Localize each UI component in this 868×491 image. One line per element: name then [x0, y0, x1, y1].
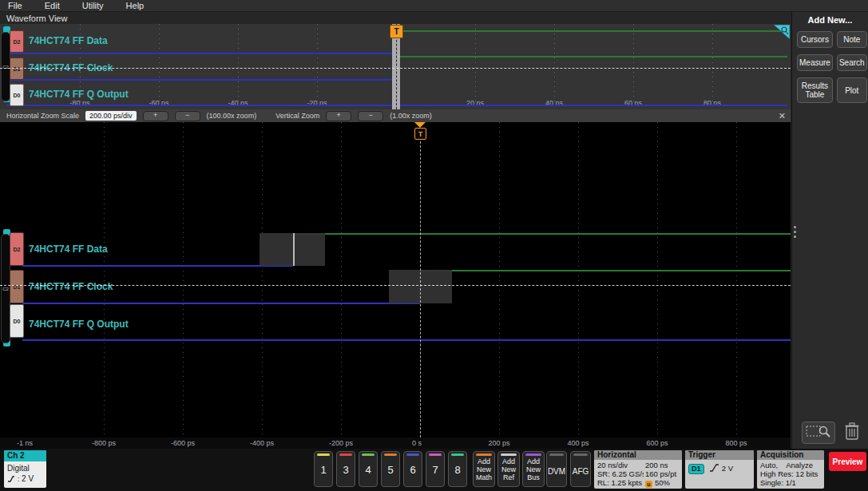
acquisition-value: Single: 1/1 — [760, 478, 821, 487]
v-zoom-factor-label: (1.00x zoom) — [390, 112, 432, 120]
channel-label-d2[interactable]: 74HCT74 FF Data — [29, 35, 108, 46]
add-search-button[interactable]: Search — [837, 54, 867, 71]
h-zoom-plus-button[interactable]: + — [143, 111, 168, 121]
v-zoom-plus-button[interactable]: + — [326, 111, 351, 121]
channel-color-stripe — [451, 453, 464, 456]
menu-item-help[interactable]: Help — [126, 1, 145, 10]
horizontal-value: 200 ns — [645, 461, 679, 469]
channel-7-button[interactable]: 7 — [426, 451, 445, 487]
horizontal-panel[interactable]: Horizontal 20 ns/div200 nsSR: 6.25 GS/s1… — [594, 450, 682, 489]
channel-button-label: 6 — [404, 464, 422, 476]
zoom-select-button[interactable] — [802, 422, 835, 444]
channel-5-button[interactable]: 5 — [381, 451, 400, 487]
channel-1-button[interactable]: 1 — [314, 451, 333, 487]
menu-item-edit[interactable]: Edit — [45, 1, 60, 10]
delete-button[interactable] — [845, 422, 859, 443]
channel-badge-d0[interactable]: D0 — [10, 84, 24, 106]
tick-label: 400 ps — [567, 439, 589, 447]
add-plot-button[interactable]: Plot — [837, 77, 867, 103]
channel-3-button[interactable]: 3 — [336, 451, 355, 487]
h-zoom-minus-button[interactable]: − — [175, 111, 200, 121]
gridline — [341, 122, 342, 438]
channel-badge-d2[interactable]: D2 — [10, 232, 24, 266]
acquisition-panel[interactable]: Acquisition Auto, AnalyzeHigh Res: 12 bi… — [757, 450, 824, 489]
v-zoom-label: Vertical Zoom — [275, 112, 319, 120]
preview-button[interactable]: Preview — [829, 452, 866, 471]
channel-color-stripe — [406, 453, 419, 456]
gridline — [499, 122, 500, 438]
add-results-table-button[interactable]: Results Table — [797, 77, 833, 103]
menu-item-file[interactable]: File — [8, 1, 22, 10]
channel-label-d0[interactable]: 74HCT74 FF Q Output — [29, 319, 129, 330]
acquisition-value: Auto, Analyze — [760, 461, 821, 469]
horizontal-value: SR: 6.25 GS/s — [597, 469, 644, 478]
draw-a-zoom-corner-icon[interactable] — [774, 25, 790, 39]
trigger-position-marker[interactable]: T — [390, 25, 403, 38]
horizontal-value: RL: 1.25 kpts — [597, 478, 644, 488]
trigger-position-icon: u — [645, 481, 652, 488]
trigger-panel-title: Trigger — [685, 450, 754, 460]
dvm-button[interactable]: DVM — [546, 451, 567, 487]
trigger-level-line[interactable] — [0, 68, 791, 69]
close-zoom-icon[interactable]: ✕ — [779, 111, 786, 121]
trigger-panel[interactable]: Trigger D1 2 V — [685, 450, 754, 489]
v-zoom-minus-button[interactable]: − — [358, 111, 383, 121]
add-new-ref-button[interactable]: Add New Ref — [497, 451, 520, 487]
rising-edge-icon — [709, 463, 719, 473]
channel-2-type: Digital — [7, 463, 46, 473]
add-note-button[interactable]: Note — [837, 31, 867, 48]
trash-icon — [845, 422, 859, 440]
trigger-position-marker[interactable]: T — [414, 128, 426, 140]
menu-item-utility[interactable]: Utility — [82, 1, 104, 10]
channel-badge-d0[interactable]: D0 — [10, 304, 24, 338]
waveform-trace-low — [22, 303, 420, 304]
button-color-stripe — [501, 453, 517, 456]
panel-resize-handle[interactable] — [794, 226, 796, 240]
channel-badge-d1[interactable]: D1 — [10, 57, 24, 80]
trigger-source-badge: D1 — [688, 464, 704, 474]
channel-8-button[interactable]: 8 — [448, 451, 467, 487]
trigger-marker-arrow-icon[interactable] — [414, 122, 426, 128]
afg-button[interactable]: AFG — [570, 451, 591, 487]
tick-label: -200 ps — [329, 439, 353, 447]
channel-4-button[interactable]: 4 — [359, 451, 378, 487]
channel-2-badge[interactable]: Ch 2 Digital : 2 V — [4, 450, 46, 488]
waveform-trace-high — [420, 270, 791, 271]
time-axis: -1 ns-800 ps-600 ps-400 ps-200 ps0 s200 … — [0, 438, 791, 449]
channel-label-d1[interactable]: 74HCT74 FF Clock — [29, 281, 113, 292]
add-new-math-button[interactable]: Add New Math — [473, 451, 495, 487]
trigger-position-line — [420, 141, 421, 438]
zoom-detail-panel[interactable]: T C2 D274HCT74 FF DataD174HCT74 FF Clock… — [0, 122, 791, 438]
dvm-button-label: DVM — [547, 467, 566, 476]
channel-label-d0[interactable]: 74HCT74 FF Q Output — [29, 89, 129, 100]
tick-label: -1 ns — [17, 439, 33, 447]
button-color-stripe — [549, 453, 564, 456]
waveform-trace-high — [293, 233, 791, 235]
tab-waveform-view[interactable]: Waveform View — [6, 14, 67, 23]
tick-label: -800 ps — [92, 439, 116, 447]
zoom-toolbar: Horizontal Zoom Scale 200.00 ps/div + − … — [0, 109, 791, 122]
channel-label-d2[interactable]: 74HCT74 FF Data — [29, 244, 108, 255]
horizontal-value: 20 ns/div — [597, 461, 644, 469]
trigger-level-line[interactable] — [0, 285, 791, 286]
waveform-overview-panel[interactable]: T C2 -80 ns-60 ns-40 ns-20 ns20 ns40 ns6… — [0, 24, 791, 109]
channel-badge-d2[interactable]: D2 — [10, 30, 24, 53]
add-cursors-button[interactable]: Cursors — [797, 31, 833, 48]
transition-band — [260, 233, 325, 266]
acquisition-panel-title: Acquisition — [757, 450, 824, 460]
channel-6-button[interactable]: 6 — [403, 451, 422, 487]
add-new-bus-button[interactable]: Add New Bus — [522, 451, 545, 487]
gridline — [238, 24, 239, 109]
channel-badge-d1[interactable]: D1 — [10, 270, 24, 303]
waveform-trace-low — [6, 79, 396, 81]
results-bar: Add New... CursorsNoteMeasureSearchResul… — [791, 12, 868, 449]
gridline — [578, 122, 579, 438]
waveform-trace-high — [396, 30, 787, 32]
h-zoom-scale-input[interactable]: 200.00 ps/div — [85, 111, 137, 121]
tick-label: -600 ps — [171, 439, 195, 447]
add-measure-button[interactable]: Measure — [797, 54, 833, 71]
channel-button-label: 4 — [359, 464, 377, 476]
oscilloscope-app: FileEditUtilityHelp Waveform View T C2 -… — [0, 0, 868, 491]
h-zoom-factor-label: (100.00x zoom) — [207, 112, 257, 120]
acquisition-value: High Res: 12 bits — [760, 469, 821, 478]
